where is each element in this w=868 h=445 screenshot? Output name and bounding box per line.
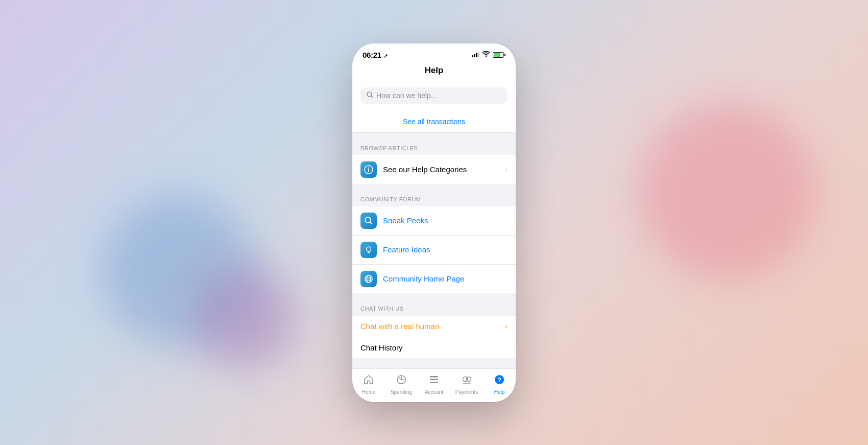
browse-articles-label: BROWSE ARTICLES — [360, 145, 418, 151]
payments-icon — [461, 374, 472, 388]
search-community-icon — [360, 213, 377, 229]
community-forum-label: COMMUNITY FORUM — [360, 196, 421, 202]
see-all-transactions-row[interactable]: See all transactions — [352, 111, 516, 133]
browse-articles-header: BROWSE ARTICLES — [352, 133, 516, 155]
sneak-peeks-text: Sneak Peeks — [383, 216, 508, 225]
tab-spending[interactable]: Spending — [385, 372, 418, 397]
signal-bar-2 — [474, 54, 475, 57]
svg-line-6 — [370, 222, 372, 224]
search-bar[interactable]: How can we help... — [360, 87, 508, 104]
account-tab-label: Account — [425, 389, 443, 395]
nav-bar: Help — [352, 62, 516, 82]
sneak-peeks-item[interactable]: Sneak Peeks — [352, 206, 516, 236]
svg-rect-15 — [430, 376, 438, 378]
search-placeholder-text: How can we help... — [376, 91, 437, 100]
battery-fill — [494, 53, 500, 57]
background-blob-purple — [194, 266, 296, 368]
signal-bar-3 — [476, 53, 477, 57]
help-icon: ? — [494, 374, 505, 388]
phone-frame: 06:21 ↗ — [352, 43, 516, 402]
tab-bar: Home Spending Account — [352, 368, 516, 402]
help-categories-text: See our Help Categories — [383, 165, 505, 174]
signal-bar-1 — [472, 55, 473, 57]
spending-tab-label: Spending — [391, 389, 412, 395]
home-icon — [363, 374, 374, 388]
svg-point-4 — [368, 167, 369, 168]
chat-human-item[interactable]: Chat with a real human › — [352, 316, 516, 337]
home-tab-label: Home — [362, 389, 376, 395]
help-tab-label: Help — [494, 389, 505, 395]
time-display: 06:21 — [363, 51, 381, 59]
location-arrow: ↗ — [383, 53, 388, 59]
chat-with-us-list: Chat with a real human › Chat History — [352, 316, 516, 358]
status-time: 06:21 ↗ — [363, 51, 387, 59]
feature-ideas-item[interactable]: Feature Ideas — [352, 236, 516, 265]
browse-articles-list: See our Help Categories › — [352, 155, 516, 184]
community-home-text: Community Home Page — [383, 274, 508, 283]
chat-human-text: Chat with a real human — [360, 322, 505, 331]
search-icon — [367, 91, 373, 100]
help-categories-item[interactable]: See our Help Categories › — [352, 155, 516, 184]
status-bar: 06:21 ↗ — [352, 43, 516, 62]
svg-text:?: ? — [497, 376, 501, 384]
community-home-item[interactable]: Community Home Page — [352, 265, 516, 293]
battery-body — [493, 52, 504, 58]
spending-icon — [396, 374, 407, 388]
tab-account[interactable]: Account — [418, 372, 450, 397]
community-forum-header: COMMUNITY FORUM — [352, 184, 516, 206]
background-blob-pink — [638, 102, 817, 281]
signal-bars — [472, 52, 479, 57]
svg-rect-17 — [430, 382, 438, 383]
chevron-orange-icon: › — [505, 322, 508, 330]
globe-icon — [360, 271, 377, 287]
background-blob-blue — [102, 194, 255, 347]
search-container: How can we help... — [352, 82, 516, 111]
battery-tip — [504, 54, 505, 56]
battery-indicator — [493, 52, 505, 58]
chat-history-item[interactable]: Chat History — [352, 337, 516, 358]
chat-with-us-label: CHAT WITH US — [360, 306, 403, 312]
feature-ideas-text: Feature Ideas — [383, 245, 508, 254]
see-all-transactions-link[interactable]: See all transactions — [403, 118, 465, 126]
tab-payments[interactable]: Payments — [450, 372, 483, 397]
chat-with-us-header: CHAT WITH US — [352, 293, 516, 316]
account-icon — [428, 374, 440, 388]
chat-history-text: Chat History — [360, 343, 508, 352]
page-title: Help — [425, 65, 444, 75]
wifi-icon — [482, 51, 490, 59]
tab-help[interactable]: ? Help — [483, 372, 516, 397]
svg-rect-16 — [430, 379, 438, 380]
info-icon — [360, 161, 377, 178]
community-forum-list: Sneak Peeks Feature Ideas — [352, 206, 516, 293]
status-icons — [472, 51, 505, 59]
bottom-spacer — [352, 358, 516, 368]
lightbulb-icon — [360, 242, 377, 258]
svg-line-1 — [371, 96, 373, 98]
chevron-right-icon: › — [505, 166, 508, 174]
scroll-content: See all transactions BROWSE ARTICLES See… — [352, 111, 516, 368]
payments-tab-label: Payments — [455, 389, 478, 395]
tab-home[interactable]: Home — [352, 372, 385, 397]
signal-bar-4 — [478, 52, 479, 57]
